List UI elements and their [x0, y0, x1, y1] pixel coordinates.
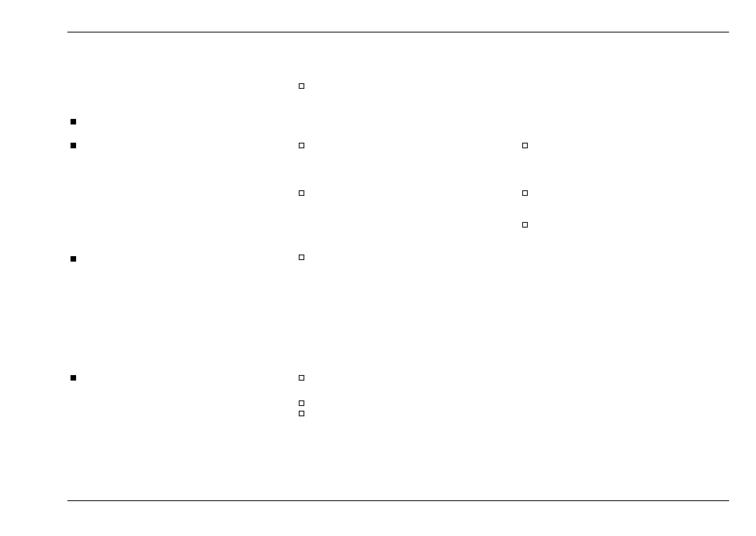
hollow-bullet-icon: [299, 411, 304, 416]
hollow-bullet-icon: [299, 190, 304, 196]
filled-bullet-icon: [71, 119, 76, 124]
hollow-bullet-icon: [299, 375, 304, 381]
hollow-bullet-icon: [299, 400, 304, 406]
filled-bullet-icon: [71, 256, 76, 262]
hollow-bullet-icon: [299, 255, 304, 260]
filled-bullet-icon: [71, 375, 76, 381]
hollow-bullet-icon: [522, 190, 528, 196]
bottom-rule: [67, 500, 729, 501]
hollow-bullet-icon: [522, 222, 528, 228]
hollow-bullet-icon: [299, 83, 304, 89]
hollow-bullet-icon: [299, 143, 304, 148]
filled-bullet-icon: [71, 143, 76, 148]
top-rule: [67, 32, 729, 33]
document-page: [0, 0, 756, 536]
hollow-bullet-icon: [522, 143, 528, 148]
